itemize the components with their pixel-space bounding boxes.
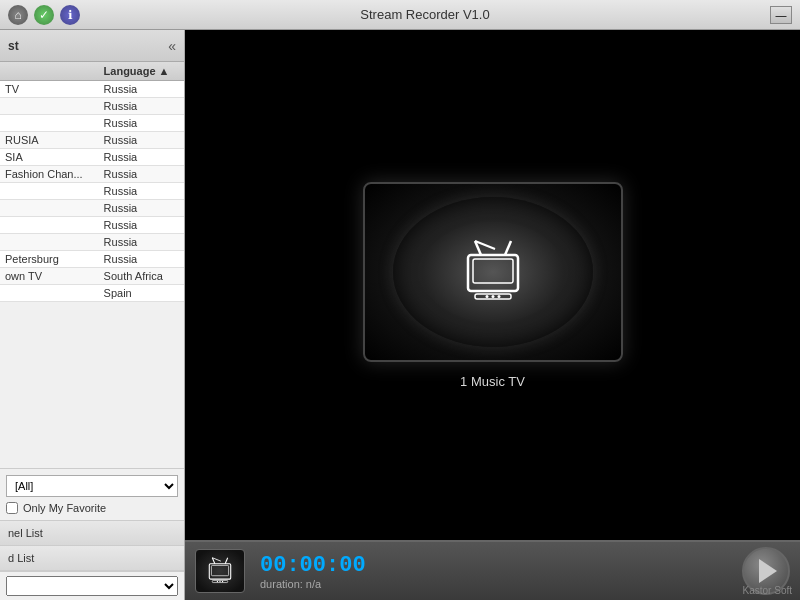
channel-list-container[interactable]: Language ▲ TVRussiaRussiaRussiaRUSIARuss… [0, 62, 184, 468]
table-row[interactable]: Russia [0, 183, 184, 200]
panel-title: st [8, 39, 19, 53]
video-area: 1 Music TV [185, 30, 800, 540]
play-triangle-icon [759, 559, 777, 583]
col-header-name[interactable] [0, 62, 99, 81]
panel-header: st « [0, 30, 184, 62]
channel-tbody: TVRussiaRussiaRussiaRUSIARussiaSIARussia… [0, 81, 184, 302]
bottom-dropdown-area [0, 571, 184, 600]
left-panel: st « Language ▲ TVRussiaRussiaRussiaRUSI… [0, 30, 185, 600]
favorite-row: Only My Favorite [6, 502, 178, 514]
channel-language-cell: Russia [99, 132, 184, 149]
home-icon[interactable]: ⌂ [8, 5, 28, 25]
svg-point-16 [219, 581, 220, 582]
channel-language-cell: South Africa [99, 268, 184, 285]
svg-point-17 [222, 581, 223, 582]
titlebar-controls: — [770, 6, 792, 24]
channel-name-cell: TV [0, 81, 99, 98]
table-row[interactable]: Fashion Chan...Russia [0, 166, 184, 183]
tv-thumb-small [195, 549, 245, 593]
svg-point-15 [217, 581, 218, 582]
table-row[interactable]: SIARussia [0, 149, 184, 166]
channel-language-cell: Russia [99, 98, 184, 115]
info-icon[interactable]: ℹ [60, 5, 80, 25]
titlebar-left: ⌂ ✓ ℹ [8, 5, 80, 25]
channel-name-cell: Fashion Chan... [0, 166, 99, 183]
col-header-language[interactable]: Language ▲ [99, 62, 184, 81]
bottom-bar: 00:00:00 duration: n/a Kastor Soft [185, 540, 800, 600]
channel-name-cell [0, 183, 99, 200]
green-icon[interactable]: ✓ [34, 5, 54, 25]
table-row[interactable]: Russia [0, 98, 184, 115]
channel-name-cell [0, 200, 99, 217]
channel-language-cell: Russia [99, 183, 184, 200]
table-row[interactable]: Russia [0, 200, 184, 217]
channel-language-cell: Russia [99, 251, 184, 268]
collapse-button[interactable]: « [168, 38, 176, 54]
footer-label: Kastor Soft [743, 585, 792, 596]
svg-rect-3 [468, 255, 518, 291]
favorite-label: Only My Favorite [23, 502, 106, 514]
table-row[interactable]: Russia [0, 234, 184, 251]
bottom-buttons: nel List d List [0, 520, 184, 571]
svg-point-6 [485, 295, 488, 298]
main-layout: st « Language ▲ TVRussiaRussiaRussiaRUSI… [0, 30, 800, 600]
favorite-checkbox[interactable] [6, 502, 18, 514]
channel-name-cell [0, 285, 99, 302]
channel-name-cell: own TV [0, 268, 99, 285]
table-row[interactable]: Russia [0, 217, 184, 234]
table-row[interactable]: RUSIARussia [0, 132, 184, 149]
channel-language-cell: Russia [99, 234, 184, 251]
svg-line-1 [505, 241, 511, 255]
channel-language-cell: Spain [99, 285, 184, 302]
channel-table: Language ▲ TVRussiaRussiaRussiaRUSIARuss… [0, 62, 184, 302]
tv-small-icon [202, 556, 238, 586]
channel-name-cell [0, 234, 99, 251]
channel-language-cell: Russia [99, 81, 184, 98]
titlebar: ⌂ ✓ ℹ Stream Recorder V1.0 — [0, 0, 800, 30]
bottom-select[interactable] [6, 576, 178, 596]
channel-name: 1 Music TV [460, 374, 525, 389]
filter-section: [All]RussiaSouth AfricaSpain Only My Fav… [0, 468, 184, 520]
right-panel: 1 Music TV 00:00:00 duration: [185, 30, 800, 600]
tv-thumbnail [363, 182, 623, 362]
app-title: Stream Recorder V1.0 [80, 7, 770, 22]
svg-point-7 [491, 295, 494, 298]
channel-language-cell: Russia [99, 217, 184, 234]
minimize-button[interactable]: — [770, 6, 792, 24]
svg-rect-4 [473, 259, 513, 283]
channel-name-cell: Petersburg [0, 251, 99, 268]
channel-name-cell: SIA [0, 149, 99, 166]
channel-name-cell [0, 115, 99, 132]
time-display: 00:00:00 [260, 553, 727, 578]
channel-language-cell: Russia [99, 166, 184, 183]
table-row[interactable]: TVRussia [0, 81, 184, 98]
channel-name-cell: RUSIA [0, 132, 99, 149]
channel-language-cell: Russia [99, 115, 184, 132]
table-row[interactable]: own TVSouth Africa [0, 268, 184, 285]
recorded-list-button[interactable]: d List [0, 546, 184, 571]
channel-language-cell: Russia [99, 200, 184, 217]
channel-name-cell [0, 98, 99, 115]
channel-name-cell [0, 217, 99, 234]
channel-list-button[interactable]: nel List [0, 521, 184, 546]
table-row[interactable]: PetersburgRussia [0, 251, 184, 268]
tv-icon [453, 237, 533, 307]
tv-ring [393, 197, 593, 347]
filter-dropdown[interactable]: [All]RussiaSouth AfricaSpain [6, 475, 178, 497]
channel-language-cell: Russia [99, 149, 184, 166]
svg-line-10 [225, 558, 228, 564]
table-row[interactable]: Spain [0, 285, 184, 302]
table-row[interactable]: Russia [0, 115, 184, 132]
svg-rect-12 [209, 564, 230, 579]
svg-rect-13 [211, 565, 228, 575]
duration-label: duration: n/a [260, 578, 727, 590]
time-section: 00:00:00 duration: n/a [260, 553, 727, 590]
svg-point-8 [497, 295, 500, 298]
